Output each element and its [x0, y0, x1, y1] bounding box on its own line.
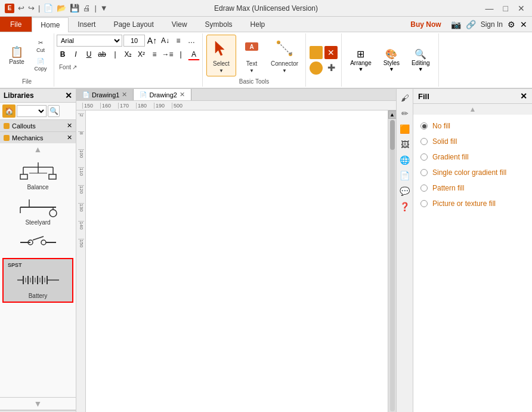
tab-file[interactable]: File: [0, 17, 32, 32]
sign-in-button[interactable]: Sign In: [481, 20, 503, 29]
drawing2-close[interactable]: ✕: [180, 91, 185, 99]
editing-button[interactable]: 🔍 Editing ▼: [407, 46, 435, 75]
callouts-close[interactable]: ✕: [67, 122, 72, 130]
switch-shape-item[interactable]: [2, 228, 73, 257]
styles-button[interactable]: 🎨 Styles ▼: [379, 46, 404, 75]
select-dropdown[interactable]: ▼: [219, 68, 224, 73]
more-button[interactable]: ▼: [99, 2, 109, 14]
align-button[interactable]: ≡: [172, 35, 184, 47]
picture-radio[interactable]: [420, 200, 428, 207]
arrange-button[interactable]: ⊞ Arrange ▼: [345, 46, 376, 75]
tab-help[interactable]: Help: [242, 17, 274, 32]
rt-chat-button[interactable]: 💬: [398, 185, 412, 198]
indent-button[interactable]: →≡: [162, 48, 174, 60]
drawing2-tab[interactable]: 📄 Drawing2 ✕: [134, 89, 191, 100]
fill-option-gradient[interactable]: Gradient fill: [420, 150, 525, 164]
text-tool-button[interactable]: A Text ▼: [237, 35, 266, 76]
subscript-button[interactable]: X₂: [122, 48, 134, 60]
copy-button[interactable]: 📄 Copy: [31, 56, 50, 73]
paste-button[interactable]: 📋 Paste: [4, 44, 30, 67]
cut-button[interactable]: ✂ Cut: [31, 38, 50, 55]
gradient-fill-radio[interactable]: [420, 153, 428, 161]
share-icon[interactable]: 🔗: [466, 20, 476, 29]
shape-fill-orange[interactable]: [310, 46, 323, 59]
tab-view[interactable]: View: [163, 17, 196, 32]
connector-dropdown[interactable]: ▼: [282, 68, 287, 73]
shape-circle[interactable]: [310, 62, 323, 75]
scroll-up-button-canvas[interactable]: ▲: [388, 110, 397, 119]
fill-option-picture[interactable]: Picture or texture fill: [420, 197, 525, 210]
lib-search-button[interactable]: 🔍: [48, 105, 60, 117]
tab-home[interactable]: Home: [32, 17, 69, 32]
strikethrough-button[interactable]: ab: [96, 48, 108, 60]
vertical-scrollbar[interactable]: ▲ ▼: [388, 110, 396, 412]
libraries-close-button[interactable]: ✕: [65, 91, 72, 100]
undo-button[interactable]: ↩: [17, 2, 26, 14]
shape-x-button[interactable]: ✕: [324, 46, 338, 59]
no-fill-radio[interactable]: [420, 122, 428, 130]
save-button[interactable]: 💾: [69, 2, 81, 14]
scroll-down-button[interactable]: ▼: [34, 399, 42, 408]
more-font-button[interactable]: …: [185, 35, 197, 47]
rt-shape-button[interactable]: 🟧: [398, 122, 412, 136]
font-color-button[interactable]: A: [188, 48, 200, 60]
rt-help-button[interactable]: ❓: [398, 200, 412, 213]
steelyard-shape-item[interactable]: Steelyard: [2, 193, 73, 228]
font-expand-button[interactable]: ↗: [72, 64, 77, 70]
underline-button[interactable]: U: [83, 48, 95, 60]
font-increase-button[interactable]: A↑: [146, 35, 158, 47]
v-scroll-thumb[interactable]: [390, 120, 395, 150]
fill-option-solid[interactable]: Solid fill: [420, 135, 525, 148]
arrange-dropdown[interactable]: ▼: [358, 66, 363, 72]
italic-button[interactable]: I: [70, 48, 82, 60]
superscript-button[interactable]: X²: [135, 48, 147, 60]
font-decrease-button[interactable]: A↓: [159, 35, 171, 47]
rt-doc-button[interactable]: 📄: [398, 169, 412, 182]
text-dropdown[interactable]: ▼: [249, 68, 254, 73]
font-size-input[interactable]: [123, 35, 145, 47]
new-button[interactable]: 📄: [42, 2, 54, 14]
redo-button[interactable]: ↪: [27, 2, 36, 14]
fill-close-button[interactable]: ✕: [520, 91, 527, 101]
fill-scroll-up-button[interactable]: ▲: [469, 105, 477, 113]
camera-icon[interactable]: 📷: [451, 20, 461, 29]
drawing1-close[interactable]: ✕: [122, 91, 127, 99]
fill-option-no-fill[interactable]: No fill: [420, 119, 525, 133]
lib-dropdown[interactable]: [17, 105, 47, 117]
maximize-button[interactable]: □: [501, 2, 511, 14]
mechanics-header[interactable]: Mechanics ✕: [0, 132, 76, 143]
drawing1-tab[interactable]: 📄 Drawing1 ✕: [76, 89, 134, 100]
print-button[interactable]: 🖨: [82, 2, 92, 14]
shape-plus-button[interactable]: ✚: [324, 62, 338, 75]
tab-page-layout[interactable]: Page Layout: [104, 17, 162, 32]
highlighted-item-container[interactable]: SPST: [2, 258, 73, 303]
tab-symbols[interactable]: Symbols: [196, 17, 242, 32]
styles-dropdown[interactable]: ▼: [389, 66, 394, 72]
buy-now-button[interactable]: Buy Now: [410, 20, 441, 29]
mechanics-close[interactable]: ✕: [67, 134, 72, 142]
bold-button[interactable]: B: [57, 48, 69, 60]
solid-fill-radio[interactable]: [420, 138, 428, 145]
rt-globe-button[interactable]: 🌐: [398, 153, 412, 167]
balance-shape-item[interactable]: Balance: [2, 158, 73, 193]
select-tool-button[interactable]: Select ▼: [206, 35, 236, 76]
scroll-up-button[interactable]: ▲: [34, 144, 42, 154]
drawing-canvas[interactable]: [86, 110, 388, 412]
tab-insert[interactable]: Insert: [69, 17, 104, 32]
minimize-button[interactable]: —: [483, 2, 496, 14]
list-button[interactable]: ≡: [149, 48, 160, 60]
rt-image-button[interactable]: 🖼: [398, 138, 412, 151]
v-scroll-track[interactable]: [390, 120, 395, 411]
rt-line-button[interactable]: ✏: [398, 107, 412, 120]
pattern-radio[interactable]: [420, 185, 428, 192]
close-button[interactable]: ✕: [515, 2, 527, 14]
rt-fill-button[interactable]: 🖌: [398, 91, 412, 104]
settings-icon[interactable]: ⚙: [508, 20, 515, 29]
connector-tool-button[interactable]: Connector ▼: [267, 35, 302, 76]
callouts-header[interactable]: Callouts ✕: [0, 120, 76, 131]
help-icon[interactable]: ✕: [520, 20, 527, 29]
open-button[interactable]: 📂: [55, 2, 67, 14]
fill-option-single-color[interactable]: Single color gradient fill: [420, 166, 525, 179]
lib-home-button[interactable]: 🏠: [2, 104, 16, 118]
editing-dropdown[interactable]: ▼: [418, 66, 423, 72]
